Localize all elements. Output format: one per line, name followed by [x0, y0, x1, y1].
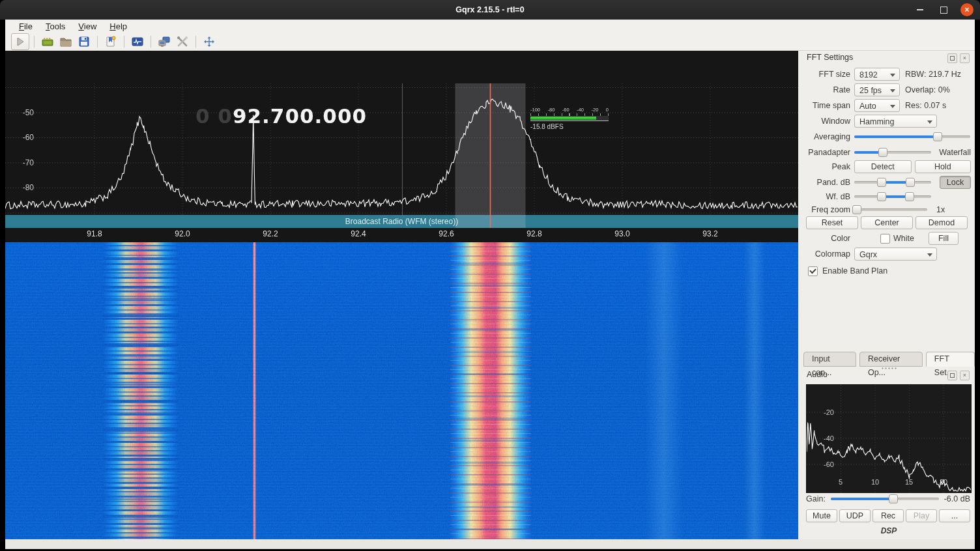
tab-receiver-options[interactable]: Receiver Op...	[859, 352, 923, 367]
minimize-button[interactable]	[914, 3, 927, 16]
audio-x-tick: 5	[839, 478, 843, 486]
panadapter-plot[interactable]: Broadcast Radio (WFM (stereo)) 0 092.700…	[5, 51, 798, 242]
audio-spectrum-plot: -20 -40 -60 5 10 15 20	[806, 384, 972, 493]
gqrx-window: Gqrx 2.15.5 - rtl=0 × File Tools View He…	[0, 0, 980, 551]
bookmarks-button[interactable]	[102, 34, 119, 49]
peak-hold-button[interactable]: Hold	[915, 160, 972, 173]
rate-select[interactable]: 25 fps	[854, 83, 900, 96]
lock-button[interactable]: Lock	[940, 176, 971, 189]
waterfall-signal-faint-signal-93.3	[744, 242, 765, 539]
close-panel-icon[interactable]: ×	[960, 53, 970, 63]
reset-button[interactable]: Reset	[806, 216, 858, 229]
averaging-label: Averaging	[803, 132, 850, 141]
fill-button[interactable]: Fill	[929, 232, 958, 245]
maximize-button[interactable]	[937, 3, 950, 16]
pand-db-range-slider[interactable]	[854, 177, 931, 188]
float-panel-icon[interactable]	[947, 371, 957, 380]
io-devices-button[interactable]	[39, 34, 56, 49]
slider-handle[interactable]	[878, 148, 887, 157]
slider-handle[interactable]	[906, 178, 915, 187]
iq-tool-button[interactable]	[129, 34, 146, 49]
fft-size-select[interactable]: 8192	[854, 68, 900, 81]
move-arrows-icon	[203, 35, 216, 48]
fft-size-label: FFT size	[803, 70, 850, 79]
slider-handle[interactable]	[905, 192, 914, 201]
audio-y-tick: -40	[824, 434, 834, 442]
window-select[interactable]: Hamming	[854, 115, 937, 128]
enable-band-plan-checkbox[interactable]	[808, 266, 818, 276]
waterfall-noise-layer	[5, 242, 798, 539]
waterfall-signal-wfm-station-91.9	[103, 242, 179, 539]
enable-band-plan-label: Enable Band Plan	[822, 266, 887, 276]
plotter: Broadcast Radio (WFM (stereo)) 0 092.700…	[5, 51, 798, 539]
window-label: Window	[803, 117, 850, 126]
freq-zoom-value: 1x	[936, 205, 945, 214]
overlap-value: Overlap: 0%	[905, 85, 950, 94]
averaging-slider[interactable]	[854, 132, 970, 142]
fullscreen-button[interactable]	[201, 34, 218, 49]
meter-tick: -100	[530, 107, 540, 113]
frequency-value: 92.700.000	[233, 104, 367, 128]
center-button[interactable]: Center	[861, 216, 913, 229]
white-checkbox[interactable]	[880, 234, 890, 244]
x-axis-tick: 92.2	[256, 229, 285, 238]
udp-button[interactable]: UDP	[839, 509, 871, 522]
wf-db-range-slider[interactable]	[854, 191, 931, 202]
colormap-select[interactable]: Gqrx	[854, 247, 937, 261]
x-axis-tick: 92.4	[344, 229, 373, 238]
save-settings-button[interactable]	[76, 34, 93, 49]
start-dsp-button[interactable]	[11, 33, 29, 50]
y-axis-tick: -80	[13, 183, 34, 192]
x-axis-tick: 91.8	[80, 229, 109, 238]
y-axis-tick: -70	[13, 158, 34, 167]
freq-zoom-slider[interactable]	[854, 205, 927, 215]
colormap-label: Colormap	[803, 249, 850, 259]
close-button[interactable]: ×	[960, 3, 973, 16]
audio-x-tick: 10	[871, 478, 879, 486]
peak-label: Peak	[803, 162, 850, 171]
dx-cluster-button[interactable]	[156, 34, 173, 49]
fft-settings-title: FFT Settings	[807, 53, 853, 62]
slider-handle[interactable]	[889, 494, 898, 503]
toolbar	[5, 33, 975, 51]
chip-icon	[41, 35, 54, 48]
rec-button[interactable]: Rec	[872, 509, 904, 522]
menu-help[interactable]: Help	[104, 21, 133, 32]
slider-handle[interactable]	[877, 192, 886, 201]
more-options-button[interactable]: ...	[939, 509, 970, 522]
folder-icon	[59, 35, 72, 48]
menu-tools[interactable]: Tools	[40, 21, 71, 32]
panadapter-waterfall-split-slider[interactable]	[854, 147, 931, 158]
menu-view[interactable]: View	[72, 21, 102, 32]
gain-slider[interactable]	[831, 494, 939, 504]
slider-handle[interactable]	[933, 132, 942, 141]
slider-handle[interactable]	[877, 178, 886, 187]
demod-button[interactable]: Demod	[915, 216, 968, 229]
x-axis-tick: 92.6	[432, 229, 461, 238]
play-icon	[14, 36, 26, 48]
y-axis-tick: -60	[13, 133, 34, 142]
splitter-handle[interactable]	[881, 367, 897, 369]
scope-screen-icon	[131, 35, 144, 48]
waterfall-display[interactable]	[5, 242, 798, 539]
load-settings-button[interactable]	[57, 34, 74, 49]
settings-dock: FFT Settings × FFT size 8192 RBW: 219.7 …	[803, 51, 975, 539]
frequency-display[interactable]: 0 092.700.000	[195, 104, 367, 128]
float-panel-icon[interactable]	[947, 53, 957, 63]
rf-spectrum-svg	[5, 51, 798, 228]
play-button[interactable]: Play	[906, 509, 937, 522]
tab-fft-settings[interactable]: FFT Set...	[926, 352, 975, 367]
x-axis-tick: 92.0	[168, 229, 197, 238]
peak-detect-button[interactable]: Detect	[854, 160, 912, 173]
waterfall-signal-wfm-station-92.7	[450, 242, 531, 539]
x-axis-tick: 93.2	[696, 229, 725, 238]
tools-button[interactable]	[174, 34, 191, 49]
tab-input-controls[interactable]: Input con...	[803, 352, 856, 367]
menu-file[interactable]: File	[13, 21, 38, 32]
slider-handle[interactable]	[852, 205, 861, 214]
mute-button[interactable]: Mute	[806, 509, 837, 522]
close-panel-icon[interactable]: ×	[960, 371, 970, 380]
audio-y-tick: -20	[824, 408, 834, 416]
x-axis-tick: 93.0	[608, 229, 637, 238]
time-span-select[interactable]: Auto	[854, 99, 900, 112]
